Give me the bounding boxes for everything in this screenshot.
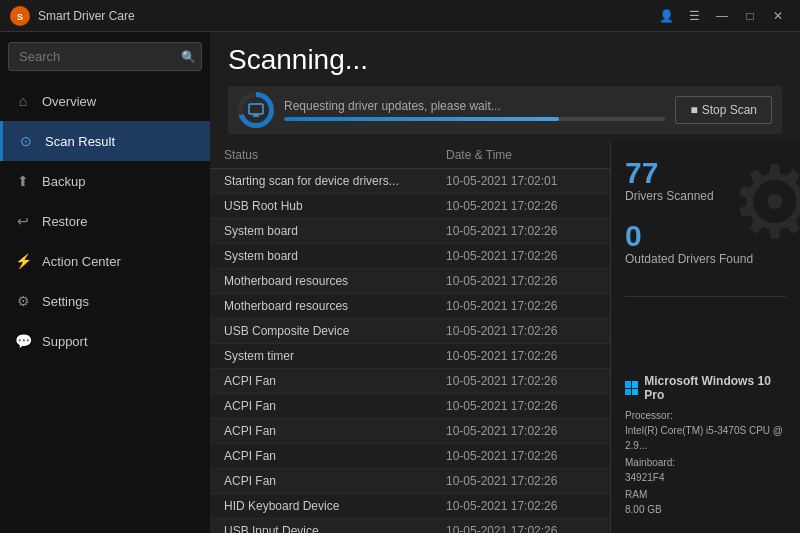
- row-status: Motherboard resources: [224, 274, 446, 288]
- processor-label: Processor:: [625, 410, 673, 421]
- sidebar-item-support[interactable]: 💬 Support: [0, 321, 210, 361]
- search-icon: 🔍: [181, 50, 196, 64]
- stop-icon: ■: [690, 103, 697, 117]
- sidebar-item-support-label: Support: [42, 334, 88, 349]
- overview-icon: ⌂: [14, 92, 32, 110]
- sidebar-item-restore[interactable]: ↩ Restore: [0, 201, 210, 241]
- scan-table: Status Date & Time Starting scan for dev…: [210, 142, 610, 533]
- system-info: Microsoft Windows 10 Pro Processor: Inte…: [625, 374, 786, 519]
- windows-logo-row: Microsoft Windows 10 Pro: [625, 374, 786, 402]
- sidebar-item-settings[interactable]: ⚙ Settings: [0, 281, 210, 321]
- panel-divider: [625, 296, 786, 297]
- row-date: 10-05-2021 17:02:26: [446, 499, 596, 513]
- sidebar: 🔍 ⌂ Overview ⊙ Scan Result ⬆ Backup ↩ Re…: [0, 32, 210, 533]
- row-status: ACPI Fan: [224, 374, 446, 388]
- mainboard-label: Mainboard:: [625, 457, 675, 468]
- row-status: System board: [224, 249, 446, 263]
- support-icon: 💬: [14, 332, 32, 350]
- search-box: 🔍: [8, 42, 202, 71]
- ram-value: 8.00 GB: [625, 504, 662, 515]
- table-row: Starting scan for device drivers... 10-0…: [210, 169, 610, 194]
- row-date: 10-05-2021 17:02:26: [446, 199, 596, 213]
- scan-progress-bar: Requesting driver updates, please wait..…: [228, 86, 782, 134]
- sidebar-item-action-center[interactable]: ⚡ Action Center: [0, 241, 210, 281]
- outdated-count: 0: [625, 219, 786, 252]
- row-date: 10-05-2021 17:02:26: [446, 274, 596, 288]
- sidebar-item-scan-result[interactable]: ⊙ Scan Result: [0, 121, 210, 161]
- row-date: 10-05-2021 17:02:26: [446, 224, 596, 238]
- table-row: Motherboard resources 10-05-2021 17:02:2…: [210, 294, 610, 319]
- table-row: USB Input Device 10-05-2021 17:02:26: [210, 519, 610, 533]
- ram-info: RAM 8.00 GB: [625, 487, 786, 517]
- scan-table-header: Status Date & Time: [210, 142, 610, 169]
- row-status: ACPI Fan: [224, 399, 446, 413]
- table-row: System timer 10-05-2021 17:02:26: [210, 344, 610, 369]
- sidebar-item-action-center-label: Action Center: [42, 254, 121, 269]
- row-date: 10-05-2021 17:02:26: [446, 474, 596, 488]
- row-status: ACPI Fan: [224, 424, 446, 438]
- main-layout: 🔍 ⌂ Overview ⊙ Scan Result ⬆ Backup ↩ Re…: [0, 32, 800, 533]
- sidebar-item-scan-result-label: Scan Result: [45, 134, 115, 149]
- row-date: 10-05-2021 17:02:26: [446, 349, 596, 363]
- action-center-icon: ⚡: [14, 252, 32, 270]
- stats-section: 77 Drivers Scanned 0 Outdated Drivers Fo…: [625, 156, 786, 282]
- table-row: USB Root Hub 10-05-2021 17:02:26: [210, 194, 610, 219]
- sidebar-item-restore-label: Restore: [42, 214, 88, 229]
- header-status: Status: [224, 148, 446, 162]
- table-row: USB Composite Device 10-05-2021 17:02:26: [210, 319, 610, 344]
- row-date: 10-05-2021 17:02:26: [446, 324, 596, 338]
- svg-rect-2: [249, 104, 263, 114]
- sidebar-item-backup-label: Backup: [42, 174, 85, 189]
- row-date: 10-05-2021 17:02:26: [446, 399, 596, 413]
- window-controls: 👤 ☰ — □ ✕: [654, 6, 790, 26]
- row-status: System board: [224, 224, 446, 238]
- row-status: ACPI Fan: [224, 449, 446, 463]
- mainboard-value: 34921F4: [625, 472, 664, 483]
- search-input[interactable]: [8, 42, 202, 71]
- sidebar-item-overview[interactable]: ⌂ Overview: [0, 81, 210, 121]
- user-button[interactable]: 👤: [654, 6, 678, 26]
- scan-title: Scanning...: [228, 44, 782, 76]
- ram-label: RAM: [625, 489, 647, 500]
- backup-icon: ⬆: [14, 172, 32, 190]
- progress-track: [284, 117, 665, 121]
- sidebar-item-backup[interactable]: ⬆ Backup: [0, 161, 210, 201]
- win-square-4: [632, 389, 638, 396]
- right-panel: ⚙ 77 Drivers Scanned 0 Outdated Drivers …: [610, 142, 800, 533]
- row-status: Starting scan for device drivers...: [224, 174, 446, 188]
- table-row: ACPI Fan 10-05-2021 17:02:26: [210, 444, 610, 469]
- maximize-button[interactable]: □: [738, 6, 762, 26]
- row-status: ACPI Fan: [224, 474, 446, 488]
- row-status: HID Keyboard Device: [224, 499, 446, 513]
- table-row: ACPI Fan 10-05-2021 17:02:26: [210, 469, 610, 494]
- content-area: Scanning... Requesting driver updates, p…: [210, 32, 800, 533]
- outdated-label: Outdated Drivers Found: [625, 252, 786, 266]
- table-row: ACPI Fan 10-05-2021 17:02:26: [210, 369, 610, 394]
- scan-header: Scanning... Requesting driver updates, p…: [210, 32, 800, 142]
- close-button[interactable]: ✕: [766, 6, 790, 26]
- minimize-button[interactable]: —: [710, 6, 734, 26]
- row-status: USB Composite Device: [224, 324, 446, 338]
- mainboard-info: Mainboard: 34921F4: [625, 455, 786, 485]
- row-date: 10-05-2021 17:02:26: [446, 249, 596, 263]
- settings-icon: ⚙: [14, 292, 32, 310]
- table-row: ACPI Fan 10-05-2021 17:02:26: [210, 419, 610, 444]
- scan-monitor-icon: [243, 97, 269, 123]
- processor-value: Intel(R) Core(TM) i5-3470S CPU @ 2.9...: [625, 425, 783, 451]
- row-date: 10-05-2021 17:02:26: [446, 524, 596, 533]
- scan-table-body: Starting scan for device drivers... 10-0…: [210, 169, 610, 533]
- stop-scan-button[interactable]: ■ Stop Scan: [675, 96, 772, 124]
- row-date: 10-05-2021 17:02:26: [446, 449, 596, 463]
- row-status: USB Root Hub: [224, 199, 446, 213]
- row-date: 10-05-2021 17:02:01: [446, 174, 596, 188]
- header-date: Date & Time: [446, 148, 596, 162]
- windows-logo-icon: [625, 381, 638, 395]
- table-row: ACPI Fan 10-05-2021 17:02:26: [210, 394, 610, 419]
- sidebar-item-overview-label: Overview: [42, 94, 96, 109]
- progress-fill: [284, 117, 559, 121]
- menu-button[interactable]: ☰: [682, 6, 706, 26]
- row-status: System timer: [224, 349, 446, 363]
- scan-circle-icon: [238, 92, 274, 128]
- scan-progress-section: Requesting driver updates, please wait..…: [284, 99, 665, 121]
- sidebar-item-settings-label: Settings: [42, 294, 89, 309]
